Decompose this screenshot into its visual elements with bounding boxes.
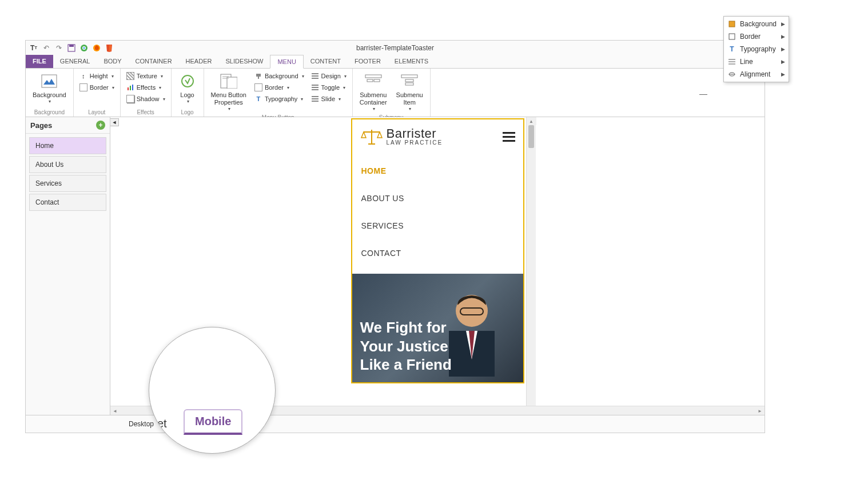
tab-container[interactable]: CONTAINER — [129, 55, 179, 68]
fill-icon — [727, 19, 736, 29]
group-layout-label: Layout — [88, 109, 105, 115]
menu-item-home[interactable]: HOME — [352, 157, 523, 185]
logo-button-label: Logo — [180, 91, 194, 99]
group-background-label: Background — [34, 109, 65, 115]
tab-header[interactable]: HEADER — [179, 55, 219, 68]
pages-sidebar: Pages + Home About Us Services Contact — [26, 117, 110, 415]
vertical-scroll[interactable]: ▲ ▼ — [526, 117, 536, 415]
ctx-border[interactable]: Border ▶ — [724, 30, 789, 43]
scroll-up[interactable]: ▲ — [527, 117, 536, 125]
page-item-about[interactable]: About Us — [29, 156, 106, 173]
mb-border-button[interactable]: Border — [252, 82, 306, 93]
menu-item-services[interactable]: SERVICES — [352, 212, 523, 239]
brand-sub: LAW PRACTICE — [387, 140, 443, 146]
chrome-icon[interactable] — [79, 43, 89, 53]
submenu-arrow-icon: ▶ — [781, 59, 785, 65]
tab-menu[interactable]: MENU — [270, 55, 303, 69]
line-icon — [727, 57, 736, 66]
ctx-line[interactable]: Line ▶ — [724, 55, 789, 68]
svg-rect-20 — [312, 85, 319, 86]
svg-rect-30 — [405, 79, 413, 82]
height-button[interactable]: ↕ Height — [77, 71, 117, 81]
border-icon — [254, 83, 262, 91]
mb-background-button[interactable]: Background — [252, 71, 306, 81]
hamburger-icon[interactable] — [503, 132, 515, 142]
ctx-background[interactable]: Background ▶ — [724, 18, 789, 30]
menu-item-contact[interactable]: CONTACT — [352, 239, 523, 267]
ctx-alignment[interactable]: Alignment ▶ — [724, 68, 789, 81]
menu-item-about[interactable]: ABOUT US — [352, 185, 523, 212]
brand-logo: Barrister LAW PRACTICE — [360, 127, 443, 146]
ribbon-tabs: FILE GENERAL BODY CONTAINER HEADER SLIDE… — [26, 55, 765, 69]
submenu-item-button[interactable]: Submenu Item — [393, 71, 427, 113]
undo-icon[interactable]: ↶ — [42, 43, 51, 53]
submenu-item-label: Submenu Item — [396, 91, 423, 106]
svg-rect-21 — [312, 87, 319, 88]
svg-rect-40 — [729, 34, 735, 39]
submenu-container-button[interactable]: Submenu Container — [356, 71, 391, 113]
redo-icon[interactable]: ↷ — [54, 43, 63, 53]
brand-row: Barrister LAW PRACTICE — [352, 119, 523, 150]
viewport-mobile-zoomed[interactable]: Mobile — [184, 409, 242, 435]
slide-icon — [311, 95, 319, 103]
effects-button[interactable]: Effects — [124, 82, 168, 93]
ribbon-panel: Background Background ↕ Height Border — [26, 69, 765, 117]
mobile-preview[interactable]: Barrister LAW PRACTICE HOME ABOUT US SER… — [351, 118, 524, 383]
hero-headline: We Fight for Your Justice Like a Friend — [360, 318, 477, 374]
tab-footer[interactable]: FOOTER — [348, 55, 388, 68]
html5-icon[interactable] — [105, 43, 114, 53]
save-icon[interactable] — [67, 43, 76, 53]
svg-rect-9 — [132, 85, 133, 90]
mb-toggle-button[interactable]: Toggle — [309, 82, 349, 93]
scroll-thumb-v[interactable] — [528, 125, 534, 148]
group-layout: ↕ Height Border Layout — [74, 69, 121, 117]
collapse-sidebar-handle[interactable]: ◄ — [110, 118, 119, 126]
quick-access-bar: TT ↶ ↷ barrister-TemplateToaster — [26, 41, 765, 55]
mb-typography-button[interactable]: T Typography — [252, 94, 306, 104]
tab-general[interactable]: GENERAL — [53, 55, 97, 68]
group-background: Background Background — [26, 69, 74, 117]
context-menu: Background ▶ Border ▶ T Typography ▶ Lin… — [723, 16, 789, 82]
tab-slideshow[interactable]: SLIDESHOW — [218, 55, 270, 68]
svg-rect-7 — [128, 87, 129, 90]
tab-body[interactable]: BODY — [97, 55, 128, 68]
menu-button-props[interactable]: Menu Button Properties — [208, 71, 250, 113]
svg-rect-18 — [312, 75, 319, 77]
add-page-button[interactable]: + — [96, 121, 105, 130]
ctx-typography[interactable]: T Typography ▶ — [724, 43, 789, 55]
tab-content[interactable]: CONTENT — [304, 55, 348, 68]
typography-icon: T — [254, 95, 262, 103]
page-item-home[interactable]: Home — [29, 137, 106, 154]
firefox-icon[interactable] — [92, 43, 101, 53]
shadow-button[interactable]: Shadow — [124, 94, 168, 104]
scroll-left[interactable]: ◄ — [110, 406, 120, 415]
background-button[interactable]: Background — [29, 71, 70, 106]
pages-list: Home About Us Services Contact — [26, 134, 110, 214]
svg-rect-31 — [405, 83, 413, 85]
more-indicator: — — [699, 89, 707, 98]
page-item-services[interactable]: Services — [29, 175, 106, 192]
page-item-contact[interactable]: Contact — [29, 194, 106, 211]
sidebar-header: Pages + — [26, 117, 110, 134]
svg-point-10 — [182, 75, 193, 87]
toggle-icon — [311, 83, 319, 91]
layout-border-button[interactable]: Border — [77, 82, 117, 93]
svg-rect-26 — [365, 75, 381, 78]
texture-button[interactable]: Texture — [124, 71, 168, 81]
effects-icon — [126, 83, 134, 91]
tab-elements[interactable]: ELEMENTS — [388, 55, 435, 68]
app-title: barrister-TemplateToaster — [26, 44, 765, 52]
mb-design-button[interactable]: Design — [309, 71, 349, 81]
submenu-container-label: Submenu Container — [360, 91, 387, 106]
mb-slide-button[interactable]: Slide — [309, 94, 349, 104]
logo-button[interactable]: Logo — [175, 71, 200, 106]
alignment-icon — [727, 70, 736, 79]
texture-icon — [126, 72, 134, 80]
viewport-desktop[interactable]: Desktop — [129, 420, 154, 428]
scroll-right[interactable]: ► — [755, 406, 765, 415]
svg-rect-19 — [312, 78, 319, 79]
shadow-icon — [126, 95, 134, 103]
tab-file[interactable]: FILE — [26, 55, 53, 68]
textcase-icon[interactable]: TT — [29, 43, 38, 53]
group-logo-label: Logo — [181, 109, 193, 115]
